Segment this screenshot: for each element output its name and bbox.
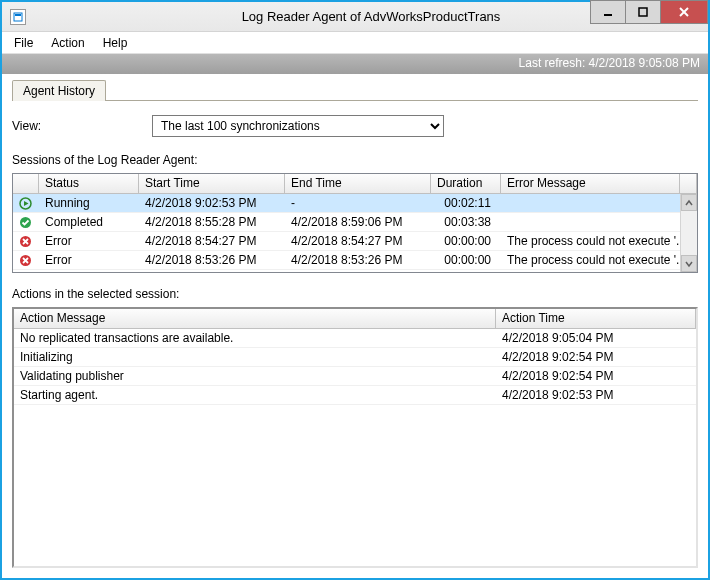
cell-action-message: No replicated transactions are available… <box>14 330 496 346</box>
cell-duration: 00:00:00 <box>431 233 501 249</box>
table-row[interactable]: Error4/2/2018 8:53:26 PM4/2/2018 8:53:26… <box>13 251 697 270</box>
cell-duration: 00:02:11 <box>431 195 501 211</box>
maximize-button[interactable] <box>625 0 661 24</box>
cell-error: The process could not execute '... <box>501 252 697 268</box>
table-row[interactable]: Validating publisher4/2/2018 9:02:54 PM <box>14 367 696 386</box>
actions-label: Actions in the selected session: <box>12 287 698 301</box>
cell-end-time: - <box>285 195 431 211</box>
menubar: File Action Help <box>2 32 708 54</box>
col-icon[interactable] <box>13 174 39 193</box>
sessions-grid: Status Start Time End Time Duration Erro… <box>12 173 698 273</box>
actions-grid-header: Action Message Action Time <box>14 309 696 329</box>
sessions-grid-body: Running4/2/2018 9:02:53 PM-00:02:11Compl… <box>13 194 697 272</box>
scroll-up-icon[interactable] <box>681 194 697 211</box>
cell-start-time: 4/2/2018 8:54:27 PM <box>139 233 285 249</box>
cell-status: Running <box>39 195 139 211</box>
col-start-time[interactable]: Start Time <box>139 174 285 193</box>
menu-action[interactable]: Action <box>43 34 92 52</box>
cell-action-message: Initializing <box>14 349 496 365</box>
col-error[interactable]: Error Message <box>501 174 680 193</box>
cell-end-time: 4/2/2018 8:54:27 PM <box>285 233 431 249</box>
col-end-time[interactable]: End Time <box>285 174 431 193</box>
cell-start-time: 4/2/2018 8:53:26 PM <box>139 252 285 268</box>
table-row[interactable]: Starting agent.4/2/2018 9:02:53 PM <box>14 386 696 405</box>
cell-action-time: 4/2/2018 9:05:04 PM <box>496 330 696 346</box>
col-action-message[interactable]: Action Message <box>14 309 496 328</box>
window-frame: Log Reader Agent of AdvWorksProductTrans… <box>0 0 710 580</box>
cell-action-time: 4/2/2018 9:02:53 PM <box>496 387 696 403</box>
app-icon <box>10 9 26 25</box>
col-status[interactable]: Status <box>39 174 139 193</box>
cell-error: The process could not execute '... <box>501 233 697 249</box>
svg-marker-7 <box>24 201 29 206</box>
cell-action-message: Starting agent. <box>14 387 496 403</box>
sessions-scrollbar[interactable] <box>680 194 697 272</box>
cell-start-time: 4/2/2018 9:02:53 PM <box>139 195 285 211</box>
window-controls <box>591 0 708 29</box>
table-row[interactable]: Running4/2/2018 9:02:53 PM-00:02:11 <box>13 194 697 213</box>
cell-end-time: 4/2/2018 8:53:26 PM <box>285 252 431 268</box>
svg-rect-1 <box>15 14 21 16</box>
menu-file[interactable]: File <box>6 34 41 52</box>
actions-grid-body: No replicated transactions are available… <box>14 329 696 566</box>
cell-duration: 00:00:00 <box>431 252 501 268</box>
cell-error <box>501 221 697 223</box>
table-row[interactable]: Initializing4/2/2018 9:02:54 PM <box>14 348 696 367</box>
running-icon <box>13 194 39 212</box>
sessions-label: Sessions of the Log Reader Agent: <box>12 153 698 167</box>
col-action-time[interactable]: Action Time <box>496 309 696 328</box>
cell-status: Error <box>39 233 139 249</box>
error-icon <box>13 232 39 250</box>
cell-duration: 00:03:38 <box>431 214 501 230</box>
cell-end-time: 4/2/2018 8:59:06 PM <box>285 214 431 230</box>
menu-help[interactable]: Help <box>95 34 136 52</box>
titlebar[interactable]: Log Reader Agent of AdvWorksProductTrans <box>2 2 708 32</box>
cell-action-message: Validating publisher <box>14 368 496 384</box>
cell-action-time: 4/2/2018 9:02:54 PM <box>496 368 696 384</box>
table-row[interactable]: No replicated transactions are available… <box>14 329 696 348</box>
cell-status: Completed <box>39 214 139 230</box>
col-duration[interactable]: Duration <box>431 174 501 193</box>
sessions-grid-header: Status Start Time End Time Duration Erro… <box>13 174 697 194</box>
actions-grid: Action Message Action Time No replicated… <box>12 307 698 568</box>
scroll-down-icon[interactable] <box>681 255 697 272</box>
table-row[interactable]: Completed4/2/2018 8:55:28 PM4/2/2018 8:5… <box>13 213 697 232</box>
table-row[interactable]: Error4/2/2018 8:54:27 PM4/2/2018 8:54:27… <box>13 232 697 251</box>
last-refresh-strip: Last refresh: 4/2/2018 9:05:08 PM <box>2 54 708 74</box>
view-select[interactable]: The last 100 synchronizations <box>152 115 444 137</box>
cell-status: Error <box>39 252 139 268</box>
tab-agent-history[interactable]: Agent History <box>12 80 106 101</box>
svg-rect-3 <box>639 8 647 16</box>
tab-row: Agent History <box>12 80 698 101</box>
view-label: View: <box>12 119 152 133</box>
cell-action-time: 4/2/2018 9:02:54 PM <box>496 349 696 365</box>
completed-icon <box>13 213 39 231</box>
cell-start-time: 4/2/2018 8:55:28 PM <box>139 214 285 230</box>
content-area: Agent History View: The last 100 synchro… <box>2 74 708 578</box>
col-scroll-spacer <box>680 174 697 193</box>
close-button[interactable] <box>660 0 708 24</box>
cell-error <box>501 202 697 204</box>
view-row: View: The last 100 synchronizations <box>12 115 698 137</box>
error-icon <box>13 251 39 269</box>
minimize-button[interactable] <box>590 0 626 24</box>
